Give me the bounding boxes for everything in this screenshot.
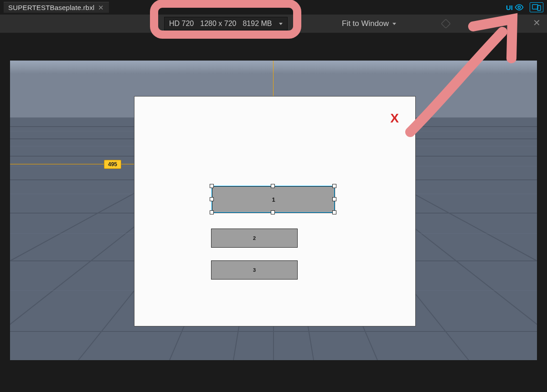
close-tab-icon[interactable]: ✕ <box>98 4 104 11</box>
resolution-preset: HD 720 <box>169 20 194 28</box>
svg-rect-3 <box>441 19 450 28</box>
close-emulator-button[interactable]: ✕ <box>533 18 541 27</box>
rotate-icon <box>441 19 451 29</box>
ui-visibility-toggle[interactable]: UI <box>504 2 526 13</box>
fit-mode-selector[interactable]: Fit to Window <box>342 15 396 33</box>
device-emulator-toggle[interactable] <box>530 2 543 12</box>
chevron-down-icon <box>392 23 396 25</box>
ui-label: UI <box>506 4 513 11</box>
gui-button-3[interactable]: 3 <box>211 260 298 280</box>
frame-close-button[interactable]: X <box>390 111 399 126</box>
chevron-down-icon <box>279 23 283 25</box>
emulator-options-bar: HD 720 1280 x 720 8192 MB Fit to Window … <box>0 15 547 33</box>
resolution-dimensions: 1280 x 720 <box>200 20 236 28</box>
tab-strip: SUPERTESTBaseplate.rbxl ✕ UI <box>0 0 547 15</box>
eye-icon <box>515 4 524 10</box>
top-right-icons: UI <box>504 2 543 13</box>
game-viewport[interactable]: 218 495 286 x 59 X 1 2 3 <box>10 61 537 360</box>
resolution-selector[interactable]: HD 720 1280 x 720 8192 MB <box>164 17 288 31</box>
rotate-button[interactable] <box>440 18 451 29</box>
file-tab[interactable]: SUPERTESTBaseplate.rbxl ✕ <box>4 2 109 13</box>
offset-left-label: 495 <box>104 160 121 169</box>
gui-button-2[interactable]: 2 <box>211 229 298 248</box>
fit-mode-label: Fit to Window <box>342 19 389 28</box>
resolution-memory: 8192 MB <box>243 20 272 28</box>
file-tab-label: SUPERTESTBaseplate.rbxl <box>8 4 94 11</box>
svg-rect-1 <box>532 5 538 9</box>
gui-button-1[interactable]: 1 <box>212 186 335 213</box>
gui-frame[interactable]: X 1 2 3 <box>134 96 416 326</box>
device-icon <box>532 4 541 11</box>
svg-point-0 <box>518 6 520 8</box>
